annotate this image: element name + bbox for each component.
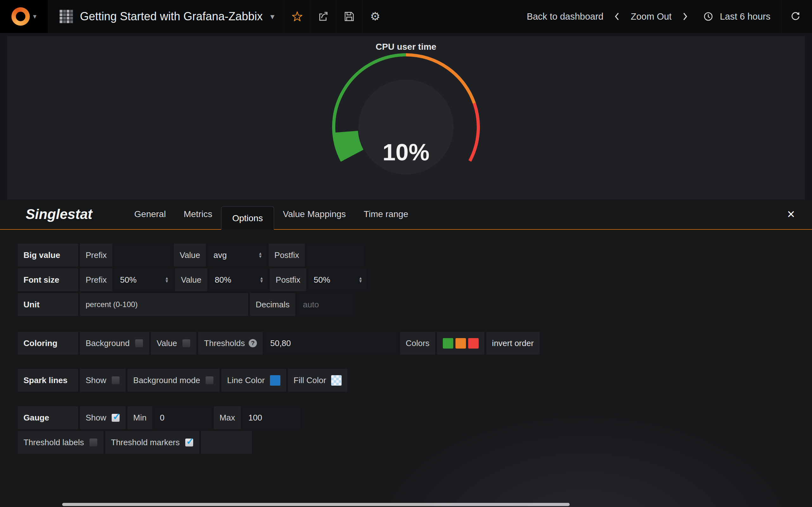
gauge-chart: 10% <box>327 49 485 177</box>
gauge-max-input[interactable] <box>243 406 300 429</box>
max-label: Max <box>214 406 241 429</box>
dashboard-title: Getting Started with Grafana-Zabbix <box>80 10 263 23</box>
unit-dropdown[interactable]: percent (0-100) <box>80 293 248 316</box>
big-value-label: Big value <box>18 244 78 267</box>
share-dashboard-button[interactable] <box>310 0 336 33</box>
checkmark-icon: ✓ <box>113 411 120 422</box>
select-arrows-icon: ▲▼ <box>358 277 362 283</box>
coloring-row: Coloring Background Value Thresholds ? C… <box>18 332 812 354</box>
prefix-label: Prefix <box>80 244 112 267</box>
unit-row: Unit percent (0-100) Decimals <box>18 293 812 316</box>
big-value-row: Big value Prefix Value avg ▲▼ Postfix <box>18 244 812 267</box>
tab-options[interactable]: Options <box>221 206 274 230</box>
value-checkbox[interactable] <box>182 339 191 348</box>
top-navbar: ▾ Getting Started with Grafana-Zabbix ▾ … <box>0 0 812 33</box>
font-value-label: Value <box>175 268 207 291</box>
coloring-background-option: Background <box>80 332 149 354</box>
clock-icon <box>703 11 713 21</box>
checkmark-icon: ✓ <box>186 436 194 447</box>
threshold-color-3-swatch[interactable] <box>468 338 478 349</box>
gauge-min-input[interactable] <box>154 406 212 429</box>
refresh-icon <box>790 11 801 22</box>
logo-caret-down-icon: ▾ <box>33 12 37 20</box>
background-checkbox[interactable] <box>135 339 143 348</box>
options-form: Big value Prefix Value avg ▲▼ Postfix Fo… <box>0 230 812 454</box>
zoom-out-button[interactable]: Zoom Out <box>624 11 678 22</box>
panel-type-title: Singlestat <box>26 206 92 222</box>
time-shift-right-button[interactable] <box>678 11 693 22</box>
chevron-right-icon <box>681 11 689 22</box>
filler-cell <box>201 431 252 454</box>
title-caret-down-icon: ▾ <box>270 12 274 21</box>
min-label: Min <box>128 406 152 429</box>
refresh-button[interactable] <box>781 0 803 33</box>
font-postfix-select[interactable]: 50% ▲▼ <box>308 268 367 291</box>
back-to-dashboard-button[interactable]: Back to dashboard <box>520 11 610 22</box>
threshold-labels-checkbox[interactable] <box>89 438 98 447</box>
value-stat-select[interactable]: avg ▲▼ <box>208 244 267 267</box>
thresholds-input[interactable] <box>264 332 398 354</box>
grafana-menu-button[interactable]: ▾ <box>0 0 48 33</box>
spark-show-option: Show <box>80 369 125 392</box>
help-icon[interactable]: ? <box>249 339 257 347</box>
decimals-input[interactable] <box>297 293 355 316</box>
threshold-markers-option: Threshold markers ✓ <box>105 431 199 454</box>
font-size-label: Font size <box>18 268 78 291</box>
grafana-logo-icon <box>11 7 30 26</box>
gauge-label: Gauge <box>18 406 78 429</box>
value-label: Value <box>174 244 206 267</box>
big-value-prefix-input[interactable] <box>114 244 172 267</box>
select-arrows-icon: ▲▼ <box>259 277 264 283</box>
sparklines-row: Spark lines Show Background mode Line Co… <box>18 369 812 392</box>
editor-tabs-bar: Singlestat General Metrics Options Value… <box>0 199 812 230</box>
tab-metrics[interactable]: Metrics <box>175 204 221 225</box>
fill-color-swatch[interactable] <box>331 375 342 386</box>
singlestat-panel: CPU user time 10% <box>7 36 805 199</box>
tab-time-range[interactable]: Time range <box>355 204 417 225</box>
threshold-color-1-swatch[interactable] <box>443 338 453 349</box>
threshold-color-2-swatch[interactable] <box>455 338 466 349</box>
spark-show-checkbox[interactable] <box>111 376 120 385</box>
fill-color-cell: Fill Color <box>288 369 348 392</box>
tab-value-mappings[interactable]: Value Mappings <box>274 204 355 225</box>
share-icon <box>317 11 329 22</box>
navbar-right-controls: Back to dashboard Zoom Out Last 6 hours <box>520 0 812 33</box>
time-range-label[interactable]: Last 6 hours <box>717 11 777 22</box>
invert-order-button[interactable]: invert order <box>486 332 540 354</box>
threshold-labels-option: Threshold labels <box>18 431 103 454</box>
star-dashboard-button[interactable] <box>284 0 310 33</box>
save-dashboard-button[interactable] <box>336 0 362 33</box>
colors-swatches-cell <box>437 332 484 354</box>
horizontal-scrollbar[interactable] <box>62 503 570 506</box>
tab-general[interactable]: General <box>125 204 175 225</box>
time-range-picker[interactable] <box>699 11 717 21</box>
font-value-select[interactable]: 80% ▲▼ <box>209 268 268 291</box>
gauge-show-option: Show ✓ <box>80 406 125 429</box>
gauge-svg: 10% <box>327 49 485 176</box>
coloring-label: Coloring <box>18 332 78 354</box>
save-floppy-icon <box>344 11 355 22</box>
threshold-display-row: Threshold labels Threshold markers ✓ <box>18 431 812 454</box>
font-postfix-label: Postfix <box>270 268 306 291</box>
threshold-markers-checkbox[interactable]: ✓ <box>185 438 194 447</box>
sparklines-label: Spark lines <box>18 369 78 392</box>
dashboard-grid-icon <box>60 10 73 23</box>
unit-label: Unit <box>18 293 78 316</box>
font-prefix-select[interactable]: 50% ▲▼ <box>114 268 173 291</box>
line-color-swatch[interactable] <box>270 375 281 386</box>
close-editor-icon[interactable]: × <box>782 208 799 221</box>
big-value-postfix-input[interactable] <box>307 244 364 267</box>
postfix-label: Postfix <box>269 244 305 267</box>
thresholds-label-cell: Thresholds ? <box>198 332 263 354</box>
settings-button[interactable]: ⚙ <box>362 0 388 33</box>
decimals-label: Decimals <box>250 293 295 316</box>
gauge-row: Gauge Show ✓ Min Max <box>18 406 812 429</box>
coloring-value-option: Value <box>151 332 197 354</box>
spark-bgmode-checkbox[interactable] <box>205 376 214 385</box>
font-prefix-label: Prefix <box>80 268 112 291</box>
chevron-left-icon <box>613 11 620 22</box>
gear-icon: ⚙ <box>370 10 380 23</box>
dashboard-title-dropdown[interactable]: Getting Started with Grafana-Zabbix ▾ <box>48 0 284 33</box>
gauge-show-checkbox[interactable]: ✓ <box>111 413 120 422</box>
time-shift-left-button[interactable] <box>610 11 624 22</box>
